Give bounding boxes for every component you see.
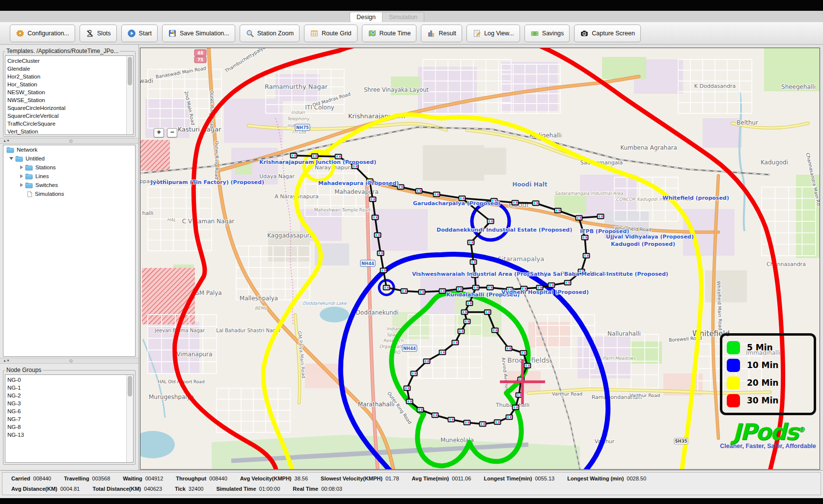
template-item[interactable]: NWSE_Station (7, 96, 133, 104)
chevron-right-icon[interactable] (20, 165, 23, 169)
slots-button[interactable]: Slots (80, 25, 117, 42)
node-group-item[interactable]: NG-0 (7, 376, 133, 384)
station-marker[interactable] (506, 346, 512, 351)
station-marker[interactable] (416, 189, 422, 193)
configuration-button[interactable]: Configuration... (10, 25, 75, 42)
node-group-item[interactable]: NG-1 (7, 384, 133, 392)
template-item[interactable]: SquareCircleHorizontal (7, 104, 133, 112)
station-marker[interactable] (487, 286, 494, 290)
station-marker[interactable] (549, 283, 555, 288)
template-item[interactable]: Vert_Station (7, 128, 133, 135)
station-marker[interactable] (513, 405, 519, 410)
tree-item-untitled[interactable]: Untitled (3, 154, 135, 163)
station-marker[interactable] (492, 328, 498, 333)
template-item[interactable]: TrafficCircleSquare (7, 120, 133, 128)
node-group-item[interactable]: NG-8 (7, 423, 133, 431)
chevron-right-icon[interactable] (20, 183, 23, 187)
tree-item-simulations[interactable]: Simulations (3, 189, 135, 198)
node-group-item[interactable]: NG-7 (7, 415, 133, 423)
station-marker[interactable] (404, 386, 411, 391)
station-marker[interactable] (457, 287, 463, 292)
template-item[interactable]: SquareCircleVertical (7, 112, 133, 120)
start-button[interactable]: Start (121, 25, 158, 42)
station-marker[interactable] (312, 154, 318, 159)
station-marker[interactable] (434, 192, 440, 197)
scrollbar-thumb[interactable] (128, 57, 132, 85)
station-marker[interactable] (473, 286, 479, 290)
station-marker[interactable] (565, 281, 571, 285)
route-time-button[interactable]: Route Time (362, 25, 417, 42)
station-marker[interactable] (335, 155, 342, 159)
station-marker[interactable] (384, 286, 390, 290)
station-marker[interactable] (458, 329, 465, 334)
station-marker[interactable] (370, 197, 376, 202)
station-zoom-button[interactable]: Station Zoom (240, 25, 300, 42)
map-canvas[interactable]: Ramamurthy NagarITI ColonyKrishnarajapur… (140, 48, 820, 470)
station-marker[interactable] (485, 310, 491, 315)
station-marker[interactable] (419, 290, 425, 294)
station-marker[interactable] (555, 209, 561, 213)
template-item[interactable]: CircleCluster (7, 57, 133, 65)
station-marker[interactable] (439, 289, 446, 293)
station-marker[interactable] (375, 233, 381, 238)
station-marker[interactable] (488, 219, 494, 224)
template-item[interactable]: Glendale (7, 65, 133, 73)
route-grid-button[interactable]: Route Grid (304, 25, 357, 42)
log-view-button[interactable]: Log View... (466, 25, 520, 42)
tree-item-lines[interactable]: Lines (3, 172, 135, 181)
station-marker[interactable] (466, 301, 473, 306)
station-marker[interactable] (506, 415, 513, 420)
tree-item-switches[interactable]: Switches (3, 181, 135, 189)
station-marker[interactable] (381, 268, 387, 273)
station-marker[interactable] (524, 364, 531, 368)
template-item[interactable]: NESW_Station (7, 88, 133, 96)
chevron-down-icon[interactable] (9, 157, 13, 160)
station-marker[interactable] (452, 341, 459, 345)
split-divider[interactable]: ▲▼ (0, 358, 138, 364)
template-item[interactable]: Hor_Station (7, 80, 133, 88)
node-group-item[interactable]: NG-13 (7, 431, 133, 439)
station-marker[interactable] (378, 251, 384, 256)
tab-simulation[interactable]: Simulation (383, 12, 424, 23)
station-marker[interactable] (372, 215, 379, 220)
station-marker[interactable] (521, 351, 527, 355)
save-simulation-button[interactable]: Save Simulation... (162, 25, 235, 42)
station-marker[interactable] (598, 214, 604, 219)
capture-screen-button[interactable]: Capture Screen (574, 25, 641, 42)
station-marker[interactable] (424, 359, 430, 364)
station-marker[interactable] (448, 418, 455, 422)
tab-design[interactable]: Design (350, 12, 383, 23)
template-item[interactable]: Hor2_Station (7, 73, 133, 80)
station-marker[interactable] (417, 408, 424, 412)
scrollbar-thumb[interactable] (128, 376, 132, 397)
station-marker[interactable] (576, 216, 582, 220)
station-marker[interactable] (512, 201, 519, 205)
tree-item-network[interactable]: Network (3, 145, 135, 154)
station-marker[interactable] (439, 350, 446, 355)
station-marker[interactable] (468, 240, 474, 245)
chevron-right-icon[interactable] (20, 174, 23, 178)
station-marker[interactable] (480, 422, 486, 426)
result-button[interactable]: Result (421, 25, 462, 42)
zoom-out-button[interactable]: − (167, 128, 177, 137)
station-marker[interactable] (464, 421, 470, 425)
station-marker[interactable] (464, 319, 470, 324)
node-group-item[interactable]: NG-2 (7, 392, 133, 399)
split-divider[interactable]: ▲▼ (0, 138, 138, 144)
station-marker[interactable] (583, 254, 590, 258)
station-marker[interactable] (432, 413, 439, 418)
station-marker[interactable] (401, 289, 408, 293)
station-marker[interactable] (291, 154, 297, 158)
node-groups-scrollbar[interactable] (126, 375, 133, 462)
station-marker[interactable] (582, 236, 588, 240)
tree-item-stations[interactable]: Stations (3, 163, 135, 172)
node-group-item[interactable]: NG-6 (7, 407, 133, 415)
zoom-in-button[interactable]: + (154, 128, 164, 137)
station-marker[interactable] (494, 420, 501, 424)
savings-button[interactable]: Savings (524, 25, 570, 42)
station-marker[interactable] (462, 310, 468, 315)
station-marker[interactable] (470, 260, 477, 265)
station-marker[interactable] (407, 399, 413, 404)
templates-scrollbar[interactable] (126, 56, 133, 134)
station-marker[interactable] (533, 201, 539, 206)
